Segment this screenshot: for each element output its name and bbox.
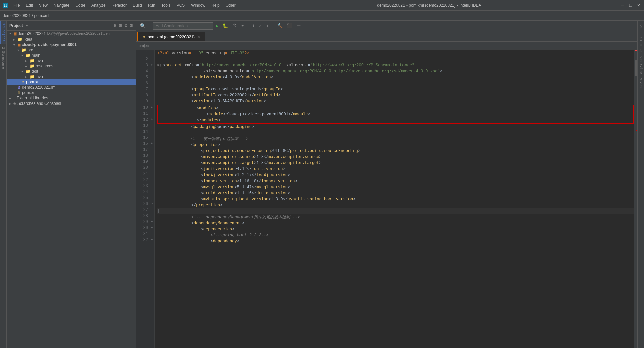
code-line-9: <version>1.0-SNAPSHOT</version>: [157, 98, 634, 105]
search-everywhere-icon[interactable]: 🔍: [139, 22, 147, 29]
tab-icon: 🗎: [142, 35, 146, 39]
menu-help[interactable]: Help: [209, 2, 222, 9]
menu-run[interactable]: Run: [145, 2, 158, 9]
arrow-icon: ▸: [25, 75, 29, 79]
minimize-button[interactable]: ─: [620, 3, 625, 8]
main-toolbar: 🔍 ▶ 🐛 ⏱ ☂ ⬇ ✓ ⬆ 🔨 ⬛ ☰: [136, 21, 637, 31]
window-controls: ─ □ ✕: [620, 3, 641, 8]
arrow-icon: ▾: [13, 43, 17, 47]
code-line-2: [157, 56, 634, 62]
fold-marker-16[interactable]: ◆: [151, 141, 153, 145]
tree-item-iml[interactable]: 🗎 demo20220821.iml: [7, 85, 136, 90]
panel-dropdown-icon[interactable]: ▾: [26, 23, 28, 28]
tree-item-pom-module[interactable]: 🗎 pom.xml: [7, 79, 136, 85]
sonarview-panel[interactable]: SonarView: [638, 54, 643, 76]
panel-settings-icon[interactable]: ⚙: [124, 23, 127, 28]
sdkmanager-icon[interactable]: ☰: [295, 22, 302, 29]
menu-other[interactable]: Other: [223, 2, 238, 9]
tree-item-main[interactable]: ▾ 📁 main: [7, 53, 136, 58]
toolbar-separator2: [248, 23, 248, 29]
tree-item-java-test[interactable]: ▸ 📁 java: [7, 74, 136, 79]
tree-label: .idea: [23, 37, 32, 42]
fold-marker-32[interactable]: ◆: [151, 238, 153, 241]
editor-tabs: 🗎 pom.xml (demo20220821) ✕: [136, 31, 637, 42]
menu-navigate[interactable]: Navigate: [51, 2, 72, 9]
vcs-push-icon[interactable]: ⬆: [265, 22, 270, 29]
maven-panel[interactable]: Maven: [638, 76, 643, 90]
menu-window[interactable]: Window: [188, 2, 208, 9]
project-breadcrumb: demo20220821 / pom.xml: [3, 13, 49, 18]
panel-collapse-icon[interactable]: ⊟: [119, 23, 122, 28]
profile-button[interactable]: ⏱: [231, 23, 238, 29]
menu-view[interactable]: View: [36, 2, 50, 9]
maximize-button[interactable]: □: [628, 3, 633, 8]
fold-marker-10[interactable]: ◆: [151, 105, 153, 109]
tree-item-idea[interactable]: ▸ 📁 .idea: [7, 37, 136, 42]
sidebar-toggle-project[interactable]: 1:Project: [0, 21, 6, 44]
line-numbers: 12345 678910 1112131415 1617181920 21222…: [136, 50, 149, 348]
menu-analyze[interactable]: Analyze: [89, 2, 108, 9]
menu-refactor[interactable]: Refactor: [109, 2, 129, 9]
scroll-thumb[interactable]: [635, 60, 637, 76]
panel-hide-icon[interactable]: ⊠: [130, 23, 133, 28]
arrow-icon: ▸: [25, 59, 29, 63]
sidebar-toggle-structure[interactable]: 2:Structure: [1, 44, 6, 72]
tree-item-root[interactable]: ▾ ▣ demo20220821 D:\码码\javaCode\demo2022…: [7, 31, 136, 37]
code-line-10: <modules>: [158, 105, 633, 111]
run-button[interactable]: ▶: [214, 22, 220, 29]
scratch-icon: ◈: [13, 101, 16, 106]
tree-item-scratches[interactable]: ▸ ◈ Scratches and Consoles: [7, 101, 136, 106]
folder-icon: 📁: [25, 53, 31, 58]
module-icon: ▣: [13, 31, 17, 36]
editor-area: 🔍 ▶ 🐛 ⏱ ☂ ⬇ ✓ ⬆ 🔨 ⬛ ☰ 🗎 pom.xml (demo202…: [136, 21, 637, 348]
run-config-input[interactable]: [153, 22, 213, 30]
tree-label: src: [28, 48, 33, 52]
tree-item-cloud-module[interactable]: ▾ ▣ cloud-provider-payment8001: [7, 42, 136, 47]
folder-icon: 📁: [21, 48, 26, 52]
code-editor[interactable]: <?xml version="1.0" encoding="UTF-8"?> m…: [155, 50, 634, 348]
modules-highlight-box: <modules> <module>cloud-provider-payment…: [157, 105, 634, 124]
code-line-23: <mysql.version>5.1.47</mysql.version>: [157, 184, 634, 190]
code-line-8: <artifactId>demo20220821</artifactId>: [157, 92, 634, 98]
tree-label: demo20220821.iml: [22, 85, 56, 90]
build-project-icon[interactable]: 🔨: [276, 22, 284, 29]
close-button[interactable]: ✕: [636, 3, 641, 8]
tree-item-src[interactable]: ▾ 📁 src: [7, 47, 136, 53]
ant-panel[interactable]: Ant: [638, 23, 643, 33]
scrollbar[interactable]: [634, 50, 637, 348]
code-line-5: <modelVersion>4.0.0</modelVersion>: [157, 74, 634, 80]
vcs-commit-icon[interactable]: ✓: [258, 22, 263, 29]
fold-marker-30[interactable]: ◆: [151, 226, 153, 229]
debug-button[interactable]: 🐛: [221, 22, 229, 29]
terminal-icon[interactable]: ⬛: [285, 22, 294, 29]
code-line-28: <!-- dependencyManagement用作依赖的版本控制 -->: [157, 214, 634, 220]
database-panel[interactable]: Database: [638, 33, 643, 54]
menu-code[interactable]: Code: [73, 2, 88, 9]
code-line-17: <project.build.sourceEncoding>UTF-8</pro…: [157, 148, 634, 154]
code-line-11: <module>cloud-provider-payment8001</modu…: [158, 111, 633, 117]
code-line-26: </properties>: [157, 202, 634, 208]
menu-edit[interactable]: Edit: [23, 2, 36, 9]
fold-marker-26[interactable]: ◇: [151, 202, 153, 205]
tree-label: Scratches and Consoles: [17, 101, 61, 106]
menu-file[interactable]: File: [11, 2, 22, 9]
fold-marker-12[interactable]: ◇: [151, 117, 153, 121]
tree-item-ext-libraries[interactable]: ▸ ⬦ External Libraries: [7, 95, 136, 101]
panel-sync-icon[interactable]: ⊕: [113, 23, 116, 28]
code-line-31: <!--spring boot 2.2.2-->: [157, 232, 634, 238]
fold-marker-3[interactable]: ◇: [151, 63, 153, 67]
menu-build[interactable]: Build: [130, 2, 145, 9]
menu-vcs[interactable]: VCS: [174, 2, 188, 9]
menu-tools[interactable]: Tools: [159, 2, 173, 9]
tree-item-pom-root[interactable]: 🗎 pom.xml: [7, 90, 136, 95]
tree-item-java-main[interactable]: ▸ 📁 java: [7, 58, 136, 63]
arrow-icon: ▸: [9, 102, 13, 106]
tab-close-button[interactable]: ✕: [197, 34, 201, 40]
tab-pom-xml[interactable]: 🗎 pom.xml (demo20220821) ✕: [137, 32, 205, 41]
coverage-button[interactable]: ☂: [239, 22, 245, 29]
tree-item-test[interactable]: ▾ 📁 test: [7, 69, 136, 74]
arrow-icon: ▸: [9, 96, 13, 100]
vcs-update-icon[interactable]: ⬇: [251, 22, 256, 29]
fold-marker-29[interactable]: ◆: [151, 220, 153, 223]
tree-item-resources[interactable]: ▸ 📁 resources: [7, 63, 136, 69]
